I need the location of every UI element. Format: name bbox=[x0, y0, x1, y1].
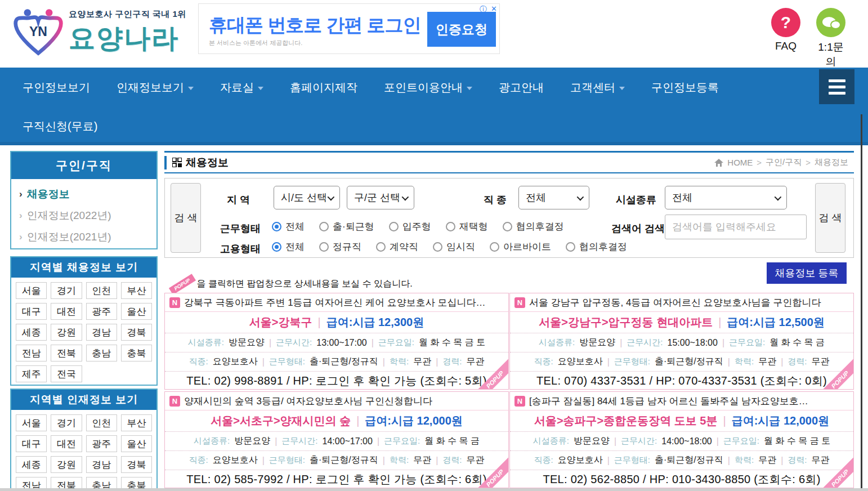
region-button[interactable]: 강원 bbox=[51, 456, 82, 473]
region-button[interactable]: 충북 bbox=[121, 345, 152, 361]
ad-close-icon[interactable]: ✕ bbox=[491, 5, 497, 13]
nav-item-job-register[interactable]: 구인정보등록 bbox=[651, 80, 719, 95]
radio-worktype-negotiable[interactable]: 협의후결정 bbox=[503, 220, 564, 233]
job-contact: TEL: 02) 585-7992 / HP: 로그인 후 확인 가능 (조회수… bbox=[165, 470, 508, 488]
region-button[interactable]: 서울 bbox=[16, 414, 47, 431]
region-button[interactable]: 경남 bbox=[86, 456, 117, 473]
chevron-down-icon bbox=[619, 87, 625, 90]
nav-item-talent-info[interactable]: 인재정보보기 bbox=[117, 80, 194, 95]
nav-item-homepage[interactable]: 홈페이지제작 bbox=[290, 80, 357, 95]
career-label: 경력: bbox=[442, 356, 462, 367]
job-card[interactable]: N 강북구 극동아파트 주변 1등급 여자어르신 케어 요양보호사 모십니다… … bbox=[164, 293, 509, 390]
arrow-icon: › bbox=[19, 210, 23, 221]
nav-item-support[interactable]: 고객센터 bbox=[570, 80, 625, 95]
region-button[interactable]: 경남 bbox=[86, 324, 117, 341]
region-button[interactable]: 전북 bbox=[51, 345, 82, 361]
radio-worktype-all[interactable]: 전체 bbox=[272, 220, 305, 233]
radio-employ-all[interactable]: 전체 bbox=[272, 240, 305, 253]
sidebar-item-jobs[interactable]: ›채용정보 bbox=[19, 184, 149, 205]
job-location: 서울>강남구>압구정동 현대아파트 bbox=[539, 315, 713, 330]
radio-employ-parttime[interactable]: 아르바이트 bbox=[490, 240, 551, 253]
region-button[interactable]: 제주 bbox=[16, 365, 47, 382]
region-button[interactable]: 전국 bbox=[51, 365, 82, 382]
worktype-label: 근무형태: bbox=[614, 356, 650, 367]
faq-link[interactable]: ? FAQ bbox=[769, 8, 803, 52]
nav-item-job-info[interactable]: 구인정보보기 bbox=[23, 80, 90, 95]
new-badge: N bbox=[514, 396, 525, 407]
adchoices-icon[interactable]: ⓘ bbox=[480, 5, 487, 15]
region-button[interactable]: 울산 bbox=[121, 303, 152, 320]
region-button[interactable]: 부산 bbox=[121, 282, 152, 299]
radio-employ-contract[interactable]: 계약직 bbox=[376, 240, 418, 253]
region-button[interactable]: 충남 bbox=[86, 345, 117, 361]
radio-employ-negotiable[interactable]: 협의후결정 bbox=[566, 240, 627, 253]
job-card[interactable]: N 서울 강남구 압구정동, 4등급 여자어르신 요양보호사님을 구인합니다 서… bbox=[509, 293, 854, 390]
jobtype-value: 요양보호사 bbox=[213, 356, 258, 368]
region-button[interactable]: 대구 bbox=[16, 303, 47, 320]
region-button[interactable]: 전남 bbox=[16, 345, 47, 361]
region-button[interactable]: 광주 bbox=[86, 435, 117, 452]
chevron-down-icon bbox=[775, 193, 782, 200]
region-button[interactable]: 경기 bbox=[51, 282, 82, 299]
nav-item-ads[interactable]: 광고안내 bbox=[499, 80, 544, 95]
job-title[interactable]: 강북구 극동아파트 주변 1등급 여자어르신 케어 요양보호사 모십니다… bbox=[184, 296, 486, 309]
region-button[interactable]: 인천 bbox=[86, 282, 117, 299]
ad-verify-button[interactable]: 인증요청 bbox=[427, 12, 496, 47]
inquiry-link[interactable]: 1:1문의 bbox=[814, 8, 848, 69]
region-button[interactable]: 울산 bbox=[121, 435, 152, 452]
keyword-search-input[interactable] bbox=[665, 215, 807, 239]
jobtype-select[interactable]: 전체 bbox=[518, 186, 589, 209]
job-card[interactable]: N [송파구 잠실동] 84세 1등급 남자 어르신 돌봐주실 남자요양보호… … bbox=[509, 391, 854, 488]
region-button[interactable]: 경북 bbox=[121, 324, 152, 341]
region-button[interactable]: 강원 bbox=[51, 324, 82, 341]
job-location: 서울>강북구 bbox=[249, 315, 312, 330]
facility-filter-label: 시설종류 bbox=[616, 193, 656, 207]
radio-employ-fulltime[interactable]: 정규직 bbox=[319, 240, 361, 253]
radio-icon bbox=[319, 242, 329, 252]
job-title[interactable]: 서울 강남구 압구정동, 4등급 여자어르신 요양보호사님을 구인합니다 bbox=[529, 296, 821, 309]
facility-select[interactable]: 전체 bbox=[665, 186, 787, 209]
days-label: 근무요일: bbox=[723, 436, 759, 447]
education-label: 학력: bbox=[735, 455, 754, 466]
radio-icon bbox=[566, 242, 575, 252]
region-button[interactable]: 세종 bbox=[16, 324, 47, 341]
search-button-left[interactable]: 검 색 bbox=[171, 183, 201, 253]
education-label: 학력: bbox=[390, 455, 409, 466]
sidebar-item-talent-2022[interactable]: ›인재정보(2022년) bbox=[19, 205, 149, 226]
job-title[interactable]: 양재시민의 숲역 3등급/ 여자요양보호사님 구인신청합니다 bbox=[184, 395, 432, 408]
radio-worktype-livein[interactable]: 입주형 bbox=[389, 220, 431, 233]
region-button[interactable]: 경북 bbox=[121, 456, 152, 473]
ad-banner[interactable]: 휴대폰 번호로 간편 로그인 본 서비스는 아톤에서 제공합니다. 인증요청 ⓘ… bbox=[198, 3, 500, 54]
nav-item-points[interactable]: 포인트이용안내 bbox=[384, 80, 472, 95]
region-button[interactable]: 세종 bbox=[16, 456, 47, 473]
region-button[interactable]: 광주 bbox=[86, 303, 117, 320]
region-button[interactable]: 경기 bbox=[51, 414, 82, 431]
region-button[interactable]: 서울 bbox=[16, 282, 47, 299]
radio-employ-temp[interactable]: 임시직 bbox=[433, 240, 475, 253]
region-button[interactable]: 대전 bbox=[51, 435, 82, 452]
separator: | bbox=[781, 357, 783, 367]
region-button[interactable]: 인천 bbox=[86, 414, 117, 431]
breadcrumb-home[interactable]: HOME bbox=[727, 158, 753, 167]
job-card[interactable]: N 양재시민의 숲역 3등급/ 여자요양보호사님 구인신청합니다 서울>서초구>… bbox=[164, 391, 509, 488]
nav-row-secondary: 구직신청(무료) bbox=[23, 109, 97, 143]
gugun-select[interactable]: 구/군 선택 bbox=[347, 186, 414, 209]
region-button[interactable]: 부산 bbox=[121, 414, 152, 431]
radio-worktype-remote[interactable]: 재택형 bbox=[446, 220, 488, 233]
nav-item-resources[interactable]: 자료실 bbox=[220, 80, 263, 95]
nav-item-apply-free[interactable]: 구직신청(무료) bbox=[23, 119, 97, 134]
job-title[interactable]: [송파구 잠실동] 84세 1등급 남자 어르신 돌봐주실 남자요양보호… bbox=[529, 395, 808, 408]
job-register-button[interactable]: 채용정보 등록 bbox=[767, 262, 847, 284]
job-contact: TEL: 02) 998-8891 / HP: 로그인 후 확인 가능 (조회수… bbox=[165, 371, 508, 390]
sidebar-item-talent-2021[interactable]: ›인재정보(2021년) bbox=[19, 226, 149, 248]
region-button[interactable]: 대전 bbox=[51, 303, 82, 320]
hamburger-menu-icon[interactable] bbox=[819, 69, 854, 104]
breadcrumb-section[interactable]: 구인/구직 bbox=[766, 157, 802, 168]
sido-select[interactable]: 시/도 선택 bbox=[274, 186, 340, 209]
search-button-right[interactable]: 검 색 bbox=[815, 183, 845, 253]
radio-worktype-commute[interactable]: 출·퇴근형 bbox=[319, 220, 374, 233]
job-detail-row-2: 직종:요양보호사 | 근무형태:출·퇴근형/정규직 | 학력:무관 | 경력:무… bbox=[510, 450, 853, 470]
site-logo[interactable]: YN 요양보호사 구인구직 국내 1위 요양나라 bbox=[11, 7, 186, 59]
region-button[interactable]: 대구 bbox=[16, 435, 47, 452]
jobtype-label: 직종: bbox=[189, 455, 208, 466]
